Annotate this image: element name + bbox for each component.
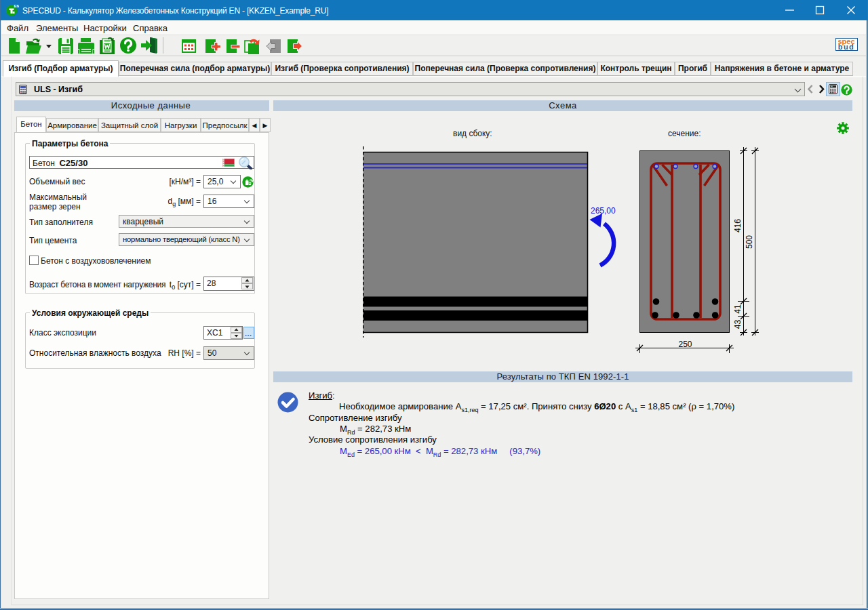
svg-text:EN: EN [14, 4, 20, 8]
svg-text:500: 500 [745, 235, 754, 249]
svg-text:41: 41 [733, 304, 743, 314]
svg-text:250: 250 [678, 340, 692, 349]
svg-text:265,00: 265,00 [591, 206, 616, 216]
svg-text:43: 43 [733, 320, 743, 329]
svg-text:416: 416 [733, 219, 743, 232]
